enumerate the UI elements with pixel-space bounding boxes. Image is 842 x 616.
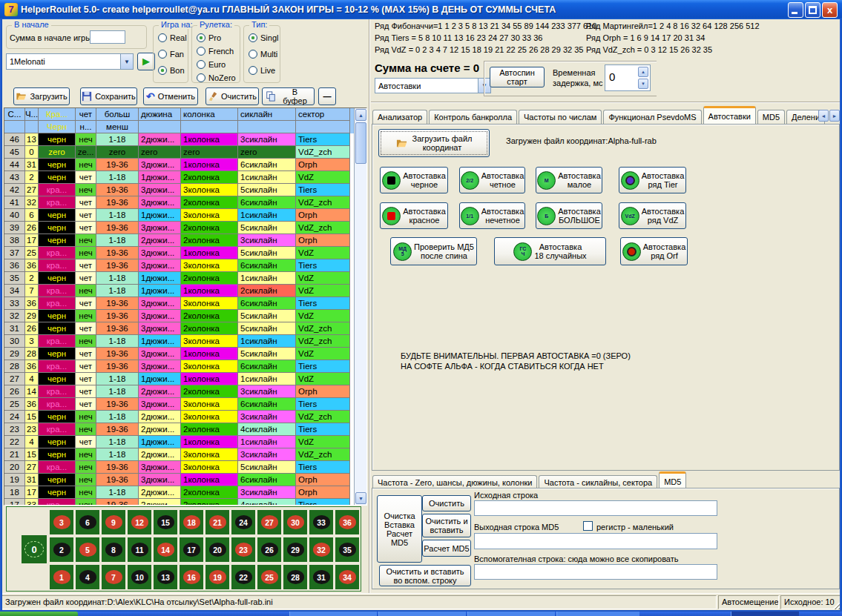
table-row[interactable]: 4613черннеч1-182дюжи...1колонка3сиклайнT… <box>4 133 354 146</box>
table-cell[interactable]: 3сиклайн <box>238 486 296 499</box>
radio-option-Live[interactable]: Live <box>249 66 275 75</box>
table-row[interactable]: 347кра...неч1-181дюжи...1колонка2сиклайн… <box>4 285 354 297</box>
radio-option-Fan[interactable]: Fan <box>158 50 184 59</box>
table-cell[interactable]: черн <box>39 322 76 335</box>
table-cell[interactable]: VdZ <box>296 310 350 322</box>
table-cell[interactable]: zero <box>238 146 296 159</box>
table-cell[interactable]: кра... <box>39 196 76 209</box>
table-row[interactable]: 2027кра...неч19-363дюжи...3колонка5сикла… <box>4 461 354 474</box>
table-cell[interactable]: неч <box>76 448 96 461</box>
table-header-cell[interactable]: менш <box>96 121 139 133</box>
spin-number-cell[interactable]: 36 <box>25 398 39 411</box>
spin-number-cell[interactable]: 15 <box>25 448 39 461</box>
autobet-button-even[interactable]: 2/2Автоставка четное <box>459 167 525 193</box>
roulette-number-cell[interactable]: 13 <box>154 565 177 589</box>
aux-string-input[interactable] <box>474 564 717 580</box>
spin-index-cell[interactable]: 39 <box>4 222 25 234</box>
roulette-number-cell[interactable]: 19 <box>205 565 229 589</box>
table-cell[interactable]: Orph <box>296 486 350 499</box>
spin-index-cell[interactable]: 37 <box>4 247 25 259</box>
spin-index-cell[interactable]: 29 <box>4 348 25 360</box>
spin-number-cell[interactable]: 26 <box>25 322 39 335</box>
table-cell[interactable]: 2дюжи... <box>139 448 181 461</box>
table-row[interactable]: 1931черннеч19-363дюжи...1колонка6сиклайн… <box>4 474 354 486</box>
table-row[interactable]: 406чернчет1-181дюжи...3колонка1сиклайнOr… <box>4 209 354 222</box>
spin-index-cell[interactable]: 22 <box>4 436 25 448</box>
table-cell[interactable]: чет <box>76 436 96 448</box>
table-cell[interactable]: 1дюжи... <box>139 171 181 184</box>
table-cell[interactable]: 2дюжи... <box>139 385 181 398</box>
spin-number-cell[interactable]: 33 <box>25 499 39 505</box>
spin-number-cell[interactable]: 28 <box>25 348 39 360</box>
spin-number-cell[interactable]: 17 <box>25 486 39 499</box>
table-header-cell[interactable]: сектор <box>296 108 350 121</box>
table-cell[interactable]: 1-18 <box>96 171 139 184</box>
table-cell[interactable]: 1-18 <box>96 285 139 297</box>
spin-index-cell[interactable]: 27 <box>4 373 25 385</box>
table-cell[interactable]: Orph <box>296 159 350 171</box>
table-cell[interactable]: ze... <box>76 146 96 159</box>
spin-number-cell[interactable]: 26 <box>25 222 39 234</box>
table-row[interactable]: 432чернчет1-181дюжи...2колонка1сиклайнVd… <box>4 171 354 184</box>
table-cell[interactable]: черн <box>39 222 76 234</box>
radio-option-Bon[interactable]: Bon <box>158 66 185 75</box>
table-row[interactable]: 274чернчет1-181дюжи...1колонка1сиклайнVd… <box>4 373 354 385</box>
table-cell[interactable]: чет <box>76 196 96 209</box>
table-cell[interactable]: zero <box>139 146 181 159</box>
spin-index-cell[interactable]: 19 <box>4 474 25 486</box>
autobet-button-red-square[interactable]: Автоставка красное <box>380 202 448 229</box>
table-cell[interactable]: 19-36 <box>96 322 139 335</box>
table-cell[interactable]: 5сиклайн <box>238 348 296 360</box>
table-cell[interactable]: 3дюжи... <box>139 474 181 486</box>
roulette-number-cell[interactable]: 7 <box>102 565 125 589</box>
table-cell[interactable]: 1-18 <box>96 335 139 348</box>
table-header-cell[interactable]: сиклайн <box>238 108 296 121</box>
table-cell[interactable]: Tiers <box>296 461 350 474</box>
tab-частоты-по-числам[interactable]: Частоты по числам <box>519 110 602 125</box>
spin-number-cell[interactable]: 4 <box>25 436 39 448</box>
table-cell[interactable]: 3колонка <box>181 259 238 272</box>
table-cell[interactable]: 1дюжи... <box>139 209 181 222</box>
table-cell[interactable]: черн <box>39 272 76 285</box>
spin-index-cell[interactable]: 28 <box>4 360 25 373</box>
autobet-button-md5[interactable]: МД 5Проверить МД5 после спина <box>390 237 477 265</box>
table-cell[interactable]: черн <box>39 486 76 499</box>
table-cell[interactable]: 1дюжи... <box>139 373 181 385</box>
radio-option-Real[interactable]: Real <box>158 33 187 42</box>
collapse-button[interactable]: — <box>318 87 336 105</box>
table-cell[interactable]: 6сиклайн <box>238 259 296 272</box>
table-cell[interactable]: чет <box>76 259 96 272</box>
spin-index-cell[interactable]: 25 <box>4 398 25 411</box>
spin-number-cell[interactable]: 15 <box>25 411 39 423</box>
table-cell[interactable]: 3дюжи... <box>139 322 181 335</box>
roulette-number-cell[interactable]: 6 <box>76 510 99 534</box>
spin-index-cell[interactable]: 34 <box>4 285 25 297</box>
roulette-number-cell[interactable]: 4 <box>76 565 99 589</box>
table-row[interactable]: 2415черннеч1-182дюжи...3колонка3сиклайнV… <box>4 411 354 423</box>
table-cell[interactable]: VdZ <box>296 285 350 297</box>
table-header-cell[interactable]: чет <box>76 108 96 121</box>
table-row[interactable]: 352чернчет1-181дюжи...2колонка1сиклайнVd… <box>4 272 354 285</box>
radio-icon[interactable] <box>197 60 205 69</box>
table-cell[interactable]: черн <box>39 159 76 171</box>
undo-button[interactable]: ↶ Отменить <box>143 87 198 105</box>
table-cell[interactable]: черн <box>39 373 76 385</box>
roulette-number-cell[interactable]: 25 <box>257 565 281 589</box>
roulette-number-cell[interactable]: 27 <box>257 510 281 534</box>
load-coords-button[interactable]: Загрузить файл координат <box>378 129 490 157</box>
table-cell[interactable]: кра... <box>39 385 76 398</box>
autobet-button-orf[interactable]: Автоставка ряд Orf <box>620 237 688 265</box>
tab-анализатор[interactable]: Анализатор <box>372 110 427 125</box>
table-header-cell[interactable]: дюжина <box>139 108 181 121</box>
delay-spinner[interactable]: 0 ▲ ▼ <box>605 64 651 91</box>
taskbar-button[interactable] <box>289 612 377 616</box>
table-cell[interactable]: чет <box>76 385 96 398</box>
table-cell[interactable]: 3колонка <box>181 360 238 373</box>
table-cell[interactable]: 1-18 <box>96 385 139 398</box>
spin-number-cell[interactable]: 36 <box>25 297 39 310</box>
table-cell[interactable]: 2колонка <box>181 222 238 234</box>
table-cell[interactable]: 19-36 <box>96 297 139 310</box>
md5-clear-paste-calc-button[interactable]: Очистка Вставка Расчет MD5 <box>377 495 422 563</box>
table-cell[interactable]: 1-18 <box>96 411 139 423</box>
lowercase-checkbox[interactable] <box>583 521 593 531</box>
